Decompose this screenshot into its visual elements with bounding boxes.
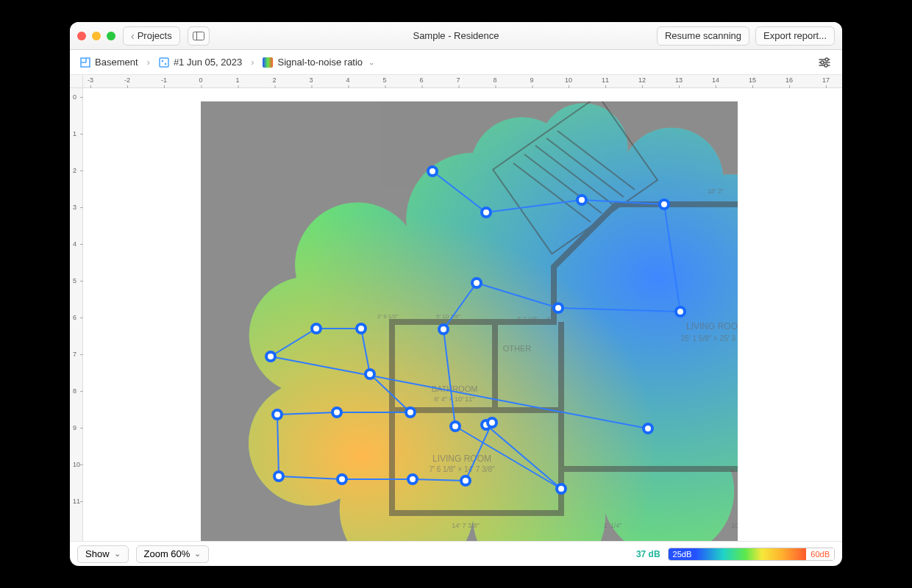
titlebar: ‹ Projects Sample - Residence Resume sca… bbox=[70, 22, 842, 50]
breadcrumb: Basement › #1 Jun 05, 2023 › Signal-to-n… bbox=[70, 50, 842, 75]
survey-point[interactable] bbox=[451, 422, 460, 431]
floorplan-image: LIVING ROOM 25' 1 5/8" × 25' 3 7/8" LIVI… bbox=[201, 101, 738, 541]
dim-label: 10' 4 3/4" bbox=[731, 522, 738, 529]
survey-point[interactable] bbox=[644, 424, 652, 433]
survey-point[interactable] bbox=[406, 408, 415, 417]
dim-label: 2' 9 1/2" bbox=[377, 313, 399, 320]
dim-label: 18' 2" bbox=[708, 187, 724, 195]
survey-point[interactable] bbox=[274, 472, 283, 481]
chevron-left-icon: ‹ bbox=[131, 30, 135, 42]
window-controls bbox=[77, 32, 115, 40]
room-label: LIVING ROOM bbox=[432, 453, 491, 464]
survey-point[interactable] bbox=[472, 279, 481, 287]
survey-point[interactable] bbox=[461, 476, 470, 485]
heatmap-scale: 25dB 60dB bbox=[668, 548, 835, 561]
room-dims: 7' 6 1/8" × 14' 7 3/8" bbox=[429, 465, 494, 473]
dim-label: 4' bbox=[546, 315, 551, 322]
minimize-icon[interactable] bbox=[92, 32, 101, 40]
crumb-survey[interactable]: #1 Jun 05, 2023 bbox=[156, 55, 245, 69]
survey-point[interactable] bbox=[338, 475, 346, 484]
scale-max: 60dB bbox=[806, 548, 834, 560]
dim-label: 1' 1/4" bbox=[604, 522, 622, 529]
floorplan-icon bbox=[80, 57, 90, 68]
survey-point[interactable] bbox=[273, 410, 282, 419]
chevron-right-icon: › bbox=[251, 57, 254, 68]
dim-label: 5' 10 1/8" bbox=[436, 313, 460, 320]
survey-point[interactable] bbox=[312, 324, 321, 333]
visualization-settings-button[interactable] bbox=[814, 54, 835, 71]
survey-point[interactable] bbox=[332, 408, 341, 417]
svg-point-12 bbox=[825, 58, 828, 61]
ruler-vertical: 01234567891011 bbox=[70, 88, 83, 541]
dim-label: 3' 2 1/8" bbox=[517, 315, 538, 322]
svg-rect-8 bbox=[263, 57, 273, 68]
survey-point[interactable] bbox=[266, 352, 275, 361]
room-label: LIVING ROOM bbox=[686, 321, 738, 331]
export-report-button[interactable]: Export report... bbox=[755, 26, 835, 46]
svg-rect-5 bbox=[160, 58, 168, 67]
room-dims: 25' 1 5/8" × 25' 3 7/8" bbox=[681, 334, 738, 343]
room-dims: 6' 4" × 10' 11" bbox=[434, 395, 474, 403]
svg-point-14 bbox=[824, 64, 827, 67]
canvas-stage: -3-2-101234567891011121314151617 0123456… bbox=[70, 75, 842, 541]
dim-label: 14' 7 3/8" bbox=[452, 522, 479, 529]
canvas[interactable]: LIVING ROOM 25' 1 5/8" × 25' 3 7/8" LIVI… bbox=[83, 88, 842, 541]
footer: Show Zoom 60% 37 dB 25dB 60dB bbox=[70, 541, 842, 566]
crumb-survey-label: #1 Jun 05, 2023 bbox=[174, 57, 242, 68]
show-menu-label: Show bbox=[85, 548, 110, 559]
crumb-floor[interactable]: Basement bbox=[77, 55, 141, 69]
cursor-readout: 37 dB bbox=[636, 549, 660, 559]
sidebar-toggle-button[interactable] bbox=[188, 26, 210, 46]
scale-min: 25dB bbox=[669, 548, 697, 560]
survey-point[interactable] bbox=[366, 370, 374, 379]
svg-point-13 bbox=[821, 61, 824, 64]
room-label: OTHER bbox=[503, 344, 532, 353]
survey-point[interactable] bbox=[557, 484, 566, 493]
survey-point[interactable] bbox=[488, 418, 496, 427]
survey-point[interactable] bbox=[660, 200, 669, 209]
back-button[interactable]: ‹ Projects bbox=[123, 26, 180, 46]
sliders-icon bbox=[818, 57, 831, 68]
survey-point[interactable] bbox=[482, 208, 491, 217]
ruler-horizontal: -3-2-101234567891011121314151617 bbox=[83, 75, 842, 88]
zoom-menu[interactable]: Zoom 60% bbox=[136, 545, 210, 563]
survey-point[interactable] bbox=[439, 325, 448, 334]
back-button-label: Projects bbox=[138, 30, 172, 41]
export-button-label: Export report... bbox=[763, 30, 827, 41]
survey-point[interactable] bbox=[554, 304, 563, 312]
scale-gradient bbox=[696, 548, 806, 560]
svg-rect-0 bbox=[193, 32, 204, 40]
survey-point[interactable] bbox=[577, 196, 586, 204]
crumb-metric[interactable]: Signal-to-noise ratio bbox=[260, 55, 377, 69]
sidebar-icon bbox=[193, 32, 204, 40]
zoom-icon[interactable] bbox=[107, 32, 115, 40]
survey-point[interactable] bbox=[408, 475, 417, 484]
svg-point-6 bbox=[162, 60, 164, 62]
ruler-corner bbox=[70, 75, 83, 88]
resume-scanning-button[interactable]: Resume scanning bbox=[657, 26, 749, 46]
close-icon[interactable] bbox=[77, 32, 86, 40]
survey-point[interactable] bbox=[428, 167, 437, 176]
svg-point-7 bbox=[165, 62, 167, 65]
survey-point[interactable] bbox=[357, 324, 366, 333]
heatmap-icon bbox=[263, 57, 273, 68]
app-window: ‹ Projects Sample - Residence Resume sca… bbox=[70, 22, 842, 566]
crumb-metric-label: Signal-to-noise ratio bbox=[277, 57, 363, 68]
crumb-floor-label: Basement bbox=[95, 57, 138, 68]
chevron-right-icon: › bbox=[147, 57, 150, 68]
zoom-menu-label: Zoom 60% bbox=[144, 548, 190, 559]
survey-point[interactable] bbox=[676, 307, 685, 316]
survey-icon bbox=[159, 57, 169, 68]
show-menu[interactable]: Show bbox=[77, 545, 129, 563]
resume-button-label: Resume scanning bbox=[665, 30, 741, 41]
